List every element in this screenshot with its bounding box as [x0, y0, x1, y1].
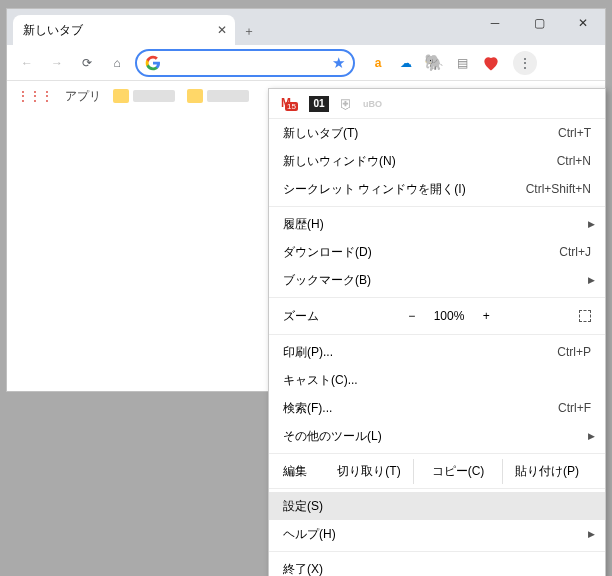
menu-more-tools[interactable]: その他のツール(L)▶ [269, 422, 605, 450]
menu-print[interactable]: 印刷(P)...Ctrl+P [269, 338, 605, 366]
menu-find[interactable]: 検索(F)...Ctrl+F [269, 394, 605, 422]
onedrive-icon[interactable]: ☁ [397, 54, 415, 72]
menu-incognito[interactable]: シークレット ウィンドウを開く(I)Ctrl+Shift+N [269, 175, 605, 203]
page-ext-icon[interactable]: ▤ [453, 54, 471, 72]
menu-cut[interactable]: 切り取り(T) [325, 459, 413, 484]
omnibox[interactable]: ★ [135, 49, 355, 77]
maximize-button[interactable]: ▢ [517, 9, 561, 37]
ext-shield-icon[interactable]: ⛨ [339, 96, 353, 112]
chrome-menu-button[interactable]: ⋮ [513, 51, 537, 75]
google-icon [145, 55, 161, 71]
extensions-area: a ☁ 🐘 ▤ [369, 53, 501, 73]
menu-zoom: ズーム − 100% + [269, 301, 605, 331]
chrome-menu: 01 ⛨ uBO 新しいタブ(T)Ctrl+T 新しいウィンドウ(N)Ctrl+… [268, 88, 606, 576]
folder-icon [187, 89, 203, 103]
amazon-icon[interactable]: a [369, 54, 387, 72]
minimize-button[interactable]: ─ [473, 9, 517, 37]
tab-title: 新しいタブ [23, 22, 83, 39]
folder-icon [113, 89, 129, 103]
ext-badge-01-icon[interactable]: 01 [309, 96, 329, 112]
heart-icon[interactable] [481, 53, 501, 73]
star-icon[interactable]: ★ [332, 54, 345, 72]
menu-history[interactable]: 履歴(H)▶ [269, 210, 605, 238]
bookmark-folder-1[interactable] [113, 89, 175, 103]
chevron-right-icon: ▶ [588, 529, 595, 539]
menu-new-tab[interactable]: 新しいタブ(T)Ctrl+T [269, 119, 605, 147]
close-window-button[interactable]: ✕ [561, 9, 605, 37]
menu-copy[interactable]: コピー(C) [413, 459, 502, 484]
apps-icon[interactable]: ⋮⋮⋮ [17, 89, 53, 103]
chevron-right-icon: ▶ [588, 219, 595, 229]
zoom-out-button[interactable]: − [400, 309, 424, 323]
reload-button[interactable]: ⟳ [75, 51, 99, 75]
toolbar: ← → ⟳ ⌂ ★ a ☁ 🐘 ▤ ⋮ [7, 45, 605, 81]
evernote-icon[interactable]: 🐘 [425, 54, 443, 72]
home-button[interactable]: ⌂ [105, 51, 129, 75]
menu-paste[interactable]: 貼り付け(P) [502, 459, 591, 484]
tab-close-icon[interactable]: ✕ [217, 23, 227, 37]
menu-help[interactable]: ヘルプ(H)▶ [269, 520, 605, 548]
zoom-in-button[interactable]: + [474, 309, 498, 323]
forward-button[interactable]: → [45, 51, 69, 75]
new-tab-button[interactable]: ＋ [235, 17, 263, 45]
menu-new-window[interactable]: 新しいウィンドウ(N)Ctrl+N [269, 147, 605, 175]
apps-label[interactable]: アプリ [65, 88, 101, 105]
bookmark-folder-2[interactable] [187, 89, 249, 103]
menu-edit-row: 編集 切り取り(T) コピー(C) 貼り付け(P) [269, 457, 605, 485]
chevron-right-icon: ▶ [588, 431, 595, 441]
fullscreen-button[interactable] [579, 310, 591, 322]
zoom-value: 100% [434, 309, 465, 323]
menu-downloads[interactable]: ダウンロード(D)Ctrl+J [269, 238, 605, 266]
menu-settings[interactable]: 設定(S) [269, 492, 605, 520]
menu-exit[interactable]: 終了(X) [269, 555, 605, 576]
tab-active[interactable]: 新しいタブ ✕ [13, 15, 235, 45]
chevron-right-icon: ▶ [588, 275, 595, 285]
menu-extension-row: 01 ⛨ uBO [269, 89, 605, 119]
ext-ublock-icon[interactable]: uBO [363, 99, 382, 109]
back-button[interactable]: ← [15, 51, 39, 75]
menu-cast[interactable]: キャスト(C)... [269, 366, 605, 394]
zoom-label: ズーム [283, 308, 319, 325]
menu-bookmarks[interactable]: ブックマーク(B)▶ [269, 266, 605, 294]
ext-badge-m15-icon[interactable] [281, 96, 299, 112]
edit-label: 編集 [283, 463, 325, 480]
